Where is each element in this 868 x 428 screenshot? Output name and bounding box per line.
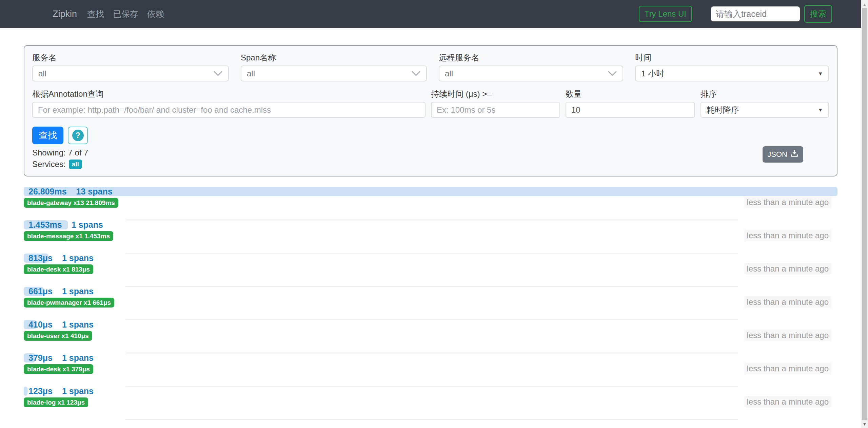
service-field: 服务名 all <box>32 53 229 81</box>
chevron-down-icon <box>213 71 223 77</box>
trace-badges: blade-desk x1 813μs <box>24 264 837 274</box>
trace-duration: 26.809ms <box>28 187 67 197</box>
trace-row[interactable]: 661μs 1 spans blade-pwmanager x1 661μs l… <box>24 287 837 320</box>
trace-badges: blade-pwmanager x1 661μs <box>24 298 837 308</box>
question-circle-icon: ? <box>72 130 84 141</box>
trace-span-count: 1 spans <box>62 286 94 296</box>
trace-badges: blade-desk x1 379μs <box>24 364 837 374</box>
trace-span-count: 1 spans <box>62 386 94 396</box>
services-line: Services: all <box>32 159 829 169</box>
json-download-button[interactable]: JSON <box>763 146 803 163</box>
trace-divider <box>125 419 738 420</box>
span-name-select-value: all <box>247 69 255 78</box>
time-select-value: 1 小时 <box>641 68 664 79</box>
navbar-left: Zipkin 查找 已保存 依赖 <box>53 8 173 20</box>
time-field: 时间 1 小时 ▼ <box>635 53 829 81</box>
nav-link-find[interactable]: 查找 <box>87 8 104 20</box>
trace-age: less than a minute ago <box>744 396 832 408</box>
scroll-up-icon[interactable]: ▲ <box>861 2 868 7</box>
trace-row[interactable]: 410μs 1 spans blade-user x1 410μs less t… <box>24 320 837 353</box>
min-duration-input[interactable] <box>431 102 560 118</box>
min-duration-field: 持续时间 (μs) >= <box>431 89 560 118</box>
remote-service-field: 远程服务名 all <box>439 53 623 81</box>
annotation-label: 根据Annotation查询 <box>32 89 426 99</box>
trace-span-count: 1 spans <box>62 253 94 263</box>
trace-service-badge: blade-gateway x13 21.809ms <box>24 198 118 208</box>
trace-badges: blade-gateway x13 21.809ms <box>24 198 837 208</box>
time-label: 时间 <box>635 53 829 63</box>
filter-row-1: 服务名 all Span名称 all 远程服务名 all <box>32 53 829 81</box>
chevron-down-icon <box>608 71 617 77</box>
trace-row[interactable]: 379μs 1 spans blade-desk x1 379μs less t… <box>24 353 837 387</box>
trace-age: less than a minute ago <box>744 230 832 241</box>
trace-service-badge: blade-desk x1 813μs <box>24 264 93 274</box>
brand-zipkin[interactable]: Zipkin <box>53 9 77 19</box>
limit-label: 数量 <box>566 89 695 99</box>
services-badge[interactable]: all <box>69 160 82 169</box>
trace-span-count: 1 spans <box>62 353 94 363</box>
services-label: Services: <box>32 159 66 169</box>
min-duration-label: 持续时间 (μs) >= <box>431 89 560 99</box>
span-name-field: Span名称 all <box>241 53 427 81</box>
actions-row: 查找 ? <box>32 127 829 144</box>
trace-row[interactable]: 813μs 1 spans blade-desk x1 813μs less t… <box>24 254 837 287</box>
trace-span-count: 13 spans <box>76 187 113 197</box>
annotation-input[interactable] <box>32 102 426 118</box>
trace-age: less than a minute ago <box>744 197 832 208</box>
trace-row[interactable]: 1.453ms 1 spans blade-message x1 1.453ms… <box>24 220 837 254</box>
sort-select[interactable]: 耗时降序 ▼ <box>701 102 829 118</box>
nav-link-saved[interactable]: 已保存 <box>113 8 138 20</box>
trace-head: 410μs 1 spans <box>24 320 837 329</box>
nav-link-dependencies[interactable]: 依赖 <box>147 8 164 20</box>
search-panel: 服务名 all Span名称 all 远程服务名 all <box>24 45 837 176</box>
try-lens-ui-button[interactable]: Try Lens UI <box>639 6 692 22</box>
find-button[interactable]: 查找 <box>32 127 63 144</box>
vertical-scrollbar: ▲ ▼ <box>861 0 868 428</box>
traceid-input[interactable] <box>711 6 800 21</box>
trace-row[interactable]: 26.809ms 13 spans blade-gateway x13 21.8… <box>24 187 837 220</box>
top-navbar: Zipkin 查找 已保存 依赖 Try Lens UI 搜索 <box>0 0 868 28</box>
service-select[interactable]: all <box>32 66 229 81</box>
scroll-down-icon[interactable]: ▼ <box>861 422 868 427</box>
limit-input[interactable] <box>566 102 695 118</box>
trace-row[interactable]: 123μs 1 spans blade-log x1 123μs less th… <box>24 387 837 420</box>
help-button[interactable]: ? <box>68 127 88 144</box>
trace-head: 26.809ms 13 spans <box>24 187 837 196</box>
caret-down-icon: ▼ <box>818 71 823 76</box>
trace-service-badge: blade-message x1 1.453ms <box>24 231 113 241</box>
trace-duration: 123μs <box>28 386 53 396</box>
limit-field: 数量 <box>566 89 695 118</box>
trace-badges: blade-message x1 1.453ms <box>24 231 837 241</box>
navbar-right: Try Lens UI 搜索 <box>639 5 832 23</box>
trace-badges: blade-log x1 123μs <box>24 397 837 407</box>
trace-badges: blade-user x1 410μs <box>24 331 837 341</box>
trace-duration: 410μs <box>28 320 53 330</box>
trace-duration: 379μs <box>28 353 53 363</box>
span-name-select[interactable]: all <box>241 66 427 81</box>
trace-age: less than a minute ago <box>744 330 832 341</box>
scrollbar-thumb[interactable] <box>862 8 867 420</box>
span-name-label: Span名称 <box>241 53 427 63</box>
trace-head: 813μs 1 spans <box>24 254 837 263</box>
trace-service-badge: blade-log x1 123μs <box>24 397 88 407</box>
sort-label: 排序 <box>701 89 829 99</box>
traceid-search-button[interactable]: 搜索 <box>804 5 832 23</box>
trace-age: less than a minute ago <box>744 263 832 275</box>
trace-head: 123μs 1 spans <box>24 387 837 396</box>
trace-head: 661μs 1 spans <box>24 287 837 296</box>
trace-list: 26.809ms 13 spans blade-gateway x13 21.8… <box>24 187 837 420</box>
download-icon <box>790 149 798 160</box>
annotation-field: 根据Annotation查询 <box>32 89 426 118</box>
trace-age: less than a minute ago <box>744 363 832 374</box>
sort-select-value: 耗时降序 <box>707 105 739 115</box>
remote-service-select[interactable]: all <box>439 66 623 81</box>
trace-span-count: 1 spans <box>72 220 103 230</box>
remote-service-label: 远程服务名 <box>439 53 623 63</box>
trace-head: 1.453ms 1 spans <box>24 220 837 229</box>
filter-row-2: 根据Annotation查询 持续时间 (μs) >= 数量 排序 耗时降序 ▼ <box>32 89 829 118</box>
trace-head: 379μs 1 spans <box>24 353 837 362</box>
sort-field: 排序 耗时降序 ▼ <box>701 89 829 118</box>
service-select-value: all <box>38 69 46 78</box>
chevron-down-icon <box>411 71 421 77</box>
time-select[interactable]: 1 小时 ▼ <box>635 66 829 81</box>
